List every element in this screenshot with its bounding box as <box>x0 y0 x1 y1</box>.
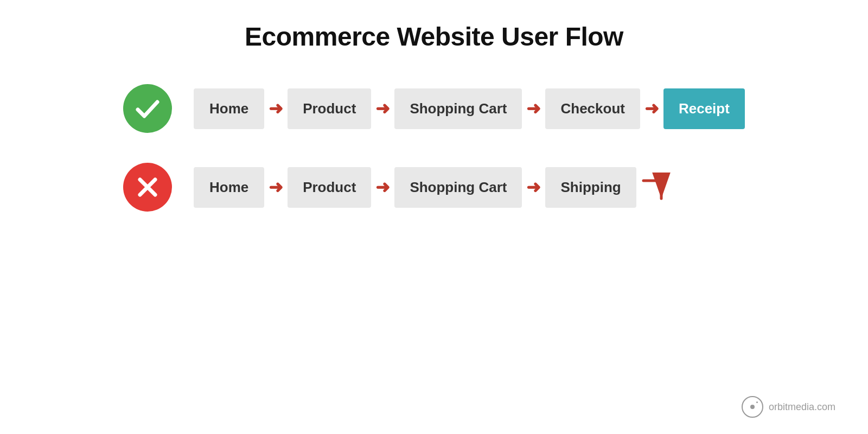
checkmark-icon <box>133 94 162 123</box>
flow-box-product-2: Product <box>288 167 371 208</box>
flow-row-error: Home ➜ Product ➜ Shopping Cart ➜ Shippin… <box>123 163 671 212</box>
arrow-1-3: ➜ <box>526 98 541 119</box>
flow-row-success: Home ➜ Product ➜ Shopping Cart ➜ Checkou… <box>123 84 745 133</box>
page-title: Ecommerce Website User Flow <box>245 22 623 52</box>
arrow-1-2: ➜ <box>375 98 390 119</box>
page-wrapper: Ecommerce Website User Flow Home ➜ Produ… <box>0 0 868 434</box>
arrow-1-4: ➜ <box>644 98 659 119</box>
arrow-1-1: ➜ <box>269 98 283 119</box>
arrow-down-right-icon <box>641 173 671 202</box>
arrow-2-3: ➜ <box>526 177 541 197</box>
flow-box-checkout-1: Checkout <box>545 88 640 129</box>
success-icon-circle <box>123 84 172 133</box>
flow-box-cart-2: Shopping Cart <box>394 167 522 208</box>
watermark-text: orbitmedia.com <box>769 401 835 413</box>
flow-box-home-2: Home <box>194 167 264 208</box>
flow-container: Home ➜ Product ➜ Shopping Cart ➜ Checkou… <box>123 84 745 212</box>
x-icon <box>133 173 162 201</box>
flow-box-shipping-2: Shipping <box>545 167 636 208</box>
flow-box-cart-1: Shopping Cart <box>394 88 522 129</box>
error-icon-circle <box>123 163 172 212</box>
flow-box-home-1: Home <box>194 88 264 129</box>
flow-box-receipt-1: Receipt <box>663 88 745 129</box>
watermark: orbitmedia.com <box>742 396 835 418</box>
watermark-logo <box>742 396 763 418</box>
arrow-2-1: ➜ <box>269 177 283 197</box>
flow-box-product-1: Product <box>288 88 371 129</box>
arrow-2-2: ➜ <box>375 177 390 197</box>
